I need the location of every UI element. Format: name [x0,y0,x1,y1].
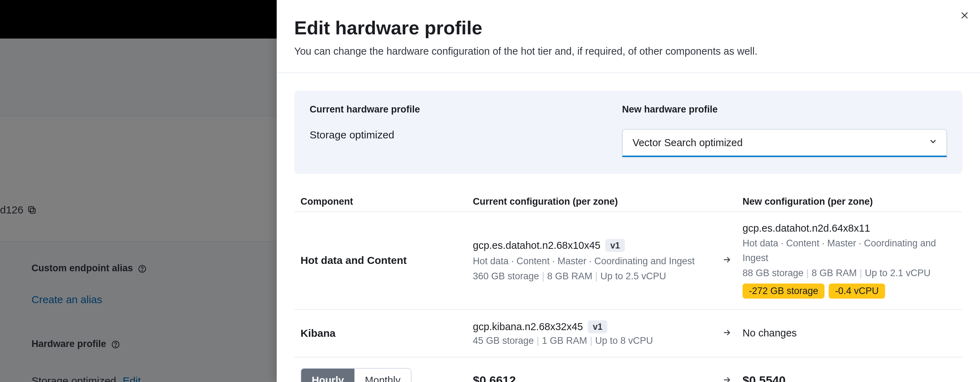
flyout-title: Edit hardware profile [294,17,963,38]
version-badge: v1 [588,320,607,333]
header-component: Component [301,196,473,207]
delta-badges: -272 GB storage -0.4 vCPU [743,283,956,299]
monthly-button[interactable]: Monthly [355,369,411,382]
arrow-right-icon [722,255,732,266]
current-specs: 360 GB storage|8 GB RAM|Up to 2.5 vCPU [473,271,711,282]
header-new: New configuration (per zone) [743,196,956,207]
current-profile-label: Current hardware profile [310,104,622,115]
component-name: Hot data and Content [301,255,473,266]
close-icon [960,11,969,20]
table-row: Kibana gcp.kibana.n2.68x32x45 v1 45 GB s… [294,310,963,358]
component-table: Component Current configuration (per zon… [294,192,963,382]
current-sku: gcp.es.datahot.n2.68x10x45 [473,240,600,251]
new-config: gcp.es.datahot.n2d.64x8x11 Hot data · Co… [743,223,956,299]
current-config: gcp.kibana.n2.68x32x45 v1 45 GB storage|… [473,320,711,346]
current-profile-value: Storage optimized [310,129,622,141]
period-toggle: Hourly Monthly [301,368,412,382]
new-profile-label: New hardware profile [622,104,947,115]
new-specs: 88 GB storage|8 GB RAM|Up to 2.1 vCPU [743,268,956,279]
chevron-down-icon [928,137,938,149]
new-profile-selected: Vector Search optimized [633,137,743,149]
flyout-body: Current hardware profile Storage optimiz… [277,73,980,382]
flyout-subtitle: You can change the hardware configuratio… [294,46,963,57]
price-row: Hourly Monthly $0.6612 $0.5540 [294,358,963,382]
close-button[interactable] [958,8,972,22]
new-config: No changes [743,327,956,339]
table-header: Component Current configuration (per zon… [294,192,963,212]
arrow-right-icon [722,375,732,382]
new-roles: Hot data · Content · Master · Coordinati… [743,236,956,266]
version-badge: v1 [605,239,625,252]
current-config: gcp.es.datahot.n2.68x10x45 v1 Hot data ·… [473,239,711,282]
hourly-button[interactable]: Hourly [301,369,355,382]
new-sku: gcp.es.datahot.n2d.64x8x11 [743,223,870,234]
arrow-right-icon [722,328,732,339]
new-price: $0.5540 [743,374,956,382]
edit-hardware-flyout: Edit hardware profile You can change the… [277,0,980,382]
delta-badge: -272 GB storage [743,283,824,299]
component-name: Kibana [301,327,473,339]
current-profile-col: Current hardware profile Storage optimiz… [310,104,622,157]
flyout-header: Edit hardware profile You can change the… [277,0,980,73]
current-roles: Hot data · Content · Master · Coordinati… [473,254,711,269]
table-row: Hot data and Content gcp.es.datahot.n2.6… [294,212,963,310]
header-current: Current configuration (per zone) [473,196,711,207]
current-specs: 45 GB storage|1 GB RAM|Up to 8 vCPU [473,335,711,346]
no-changes-text: No changes [743,327,956,339]
new-profile-select[interactable]: Vector Search optimized [622,129,947,157]
current-sku: gcp.kibana.n2.68x32x45 [473,321,583,333]
new-profile-col: New hardware profile Vector Search optim… [622,104,947,157]
current-price: $0.6612 [473,374,711,382]
profile-box: Current hardware profile Storage optimiz… [294,91,963,174]
delta-badge: -0.4 vCPU [829,283,885,299]
